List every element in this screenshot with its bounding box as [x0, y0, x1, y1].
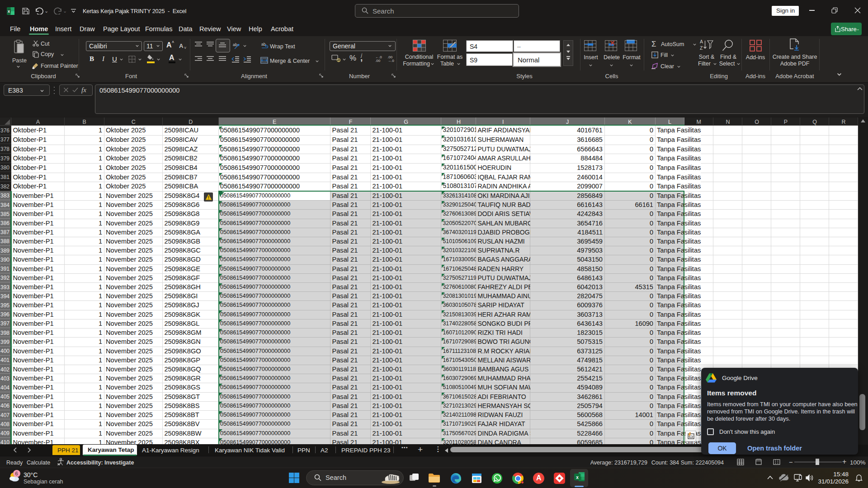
svg-text:ab: ab	[233, 42, 237, 47]
svg-text:→.0: →.0	[387, 59, 394, 62]
svg-text:Z: Z	[700, 45, 703, 51]
svg-text:x: x	[8, 9, 10, 14]
svg-text:.00: .00	[375, 59, 381, 62]
svg-text:x: x	[576, 475, 579, 480]
svg-text:A: A	[700, 39, 703, 44]
